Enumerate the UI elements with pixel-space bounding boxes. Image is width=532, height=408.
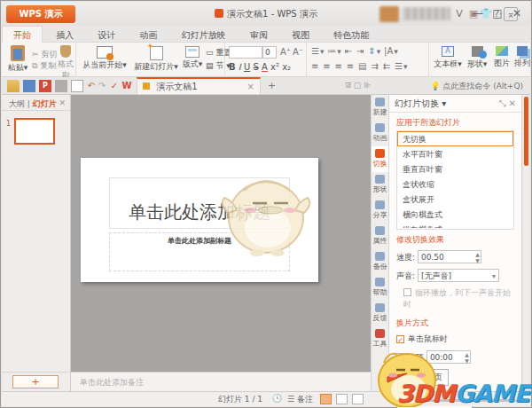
pane-scrollbar-thumb[interactable] [524, 97, 528, 166]
numbering-button[interactable]: ≔ [327, 46, 336, 56]
maximize-button[interactable]: □ [488, 6, 507, 21]
superscript-button[interactable]: x² [270, 62, 279, 72]
wps-home-icon[interactable]: W [121, 80, 133, 92]
notes-bar[interactable]: 单击此处添加备注 [71, 372, 372, 391]
format-painter-button[interactable]: 格式刷 [55, 43, 76, 82]
indent-less-button[interactable]: ⇇ [383, 61, 390, 71]
pane-expand-icon[interactable]: ⤡ [498, 98, 505, 108]
normal-view-icon[interactable] [320, 394, 332, 404]
transition-icon [375, 149, 385, 158]
subscript-button[interactable]: x₂ [282, 62, 291, 72]
italic-button[interactable]: I [239, 62, 241, 72]
strikethrough-button[interactable]: S [253, 62, 258, 72]
arrange-button[interactable]: 排列 [512, 46, 532, 69]
shapes-button[interactable]: 形状▾ [465, 46, 489, 70]
grow-font-button[interactable]: A⁺ [280, 47, 291, 57]
transition-list: 无切换 水平百叶窗 垂直百叶窗 盒状收缩 盒状展开 横向棋盘式 纵向棋盘式 [396, 130, 514, 230]
font-size-combo[interactable]: 0 [262, 46, 277, 59]
print-icon[interactable] [55, 80, 67, 92]
tab-special-features[interactable]: 特色功能 [323, 27, 379, 44]
font-name-combo[interactable] [229, 46, 262, 59]
paste-button[interactable]: 粘贴▾ [5, 43, 30, 74]
from-current-button[interactable]: 从当前开始▾ [80, 44, 129, 71]
user-avatar[interactable] [379, 6, 399, 22]
bullets-button[interactable]: ☰ [311, 46, 319, 56]
print-preview-icon[interactable] [71, 80, 83, 92]
reading-view-icon[interactable] [352, 394, 364, 404]
decrease-indent-button[interactable]: ⇤ [345, 46, 352, 56]
export-pdf-icon[interactable]: P [39, 80, 51, 92]
align-right-button[interactable]: ≡ [335, 61, 342, 71]
vip-dropdown[interactable]: V [452, 7, 466, 21]
save-icon[interactable] [23, 80, 35, 92]
indent-more-button[interactable]: ⇉ [371, 61, 378, 71]
outline-tab[interactable]: 大纲 [9, 99, 25, 108]
on-click-checkbox[interactable]: ✓ [396, 335, 404, 343]
rail-item-new[interactable]: 新建 [372, 95, 388, 121]
redo-icon[interactable]: ↷ [96, 80, 108, 92]
text-direction-button[interactable]: |A [384, 46, 393, 56]
pane-close-icon[interactable]: ✕ [509, 98, 516, 108]
columns-button[interactable]: ☰ [395, 61, 403, 71]
underline-button[interactable]: U [244, 62, 250, 72]
layout-switch-icons[interactable]: ॼ ▢ ⊪ [346, 81, 371, 90]
tab-home[interactable]: 开始 [2, 26, 43, 44]
spellcheck-icon[interactable]: ✓ [108, 80, 121, 92]
increase-indent-button[interactable]: ⇥ [356, 46, 364, 56]
bold-button[interactable]: B [229, 62, 236, 72]
picture-button[interactable]: 图片 [491, 46, 512, 69]
layout-button[interactable]: 版式▾ [179, 44, 206, 70]
close-button[interactable]: ✕ [507, 6, 527, 21]
transition-option-checker-h[interactable]: 横向棋盘式 [397, 207, 513, 222]
distributed-button[interactable]: ▤ [358, 61, 366, 71]
justify-button[interactable]: ≡ [347, 61, 354, 71]
shrink-font-button[interactable]: A⁻ [293, 47, 303, 57]
tab-review[interactable]: 审阅 [239, 27, 278, 44]
speed-spinner[interactable]: 00.50▲▼ [418, 250, 481, 263]
pane-scrollbar[interactable] [523, 95, 529, 391]
align-center-button[interactable]: ≡ [323, 61, 330, 71]
cut-button[interactable]: ✂ 剪切 [32, 49, 57, 60]
font-color-button[interactable]: A [262, 62, 268, 72]
new-slide-button[interactable]: 新建幻灯片▾ [131, 44, 181, 73]
slides-tab[interactable]: 幻灯片 [33, 99, 57, 108]
tab-design[interactable]: 设计 [87, 27, 126, 44]
transition-option-blinds-h[interactable]: 水平百叶窗 [397, 146, 513, 161]
transition-option-box-in[interactable]: 盒状收缩 [397, 177, 513, 192]
sorter-view-icon[interactable] [336, 394, 348, 404]
animation-icon [375, 123, 385, 132]
rail-item-properties[interactable]: 属性 [372, 224, 388, 249]
rail-item-help[interactable]: 帮助 [372, 275, 388, 301]
rail-item-shapes[interactable]: 形状 [372, 172, 388, 198]
rail-item-animation[interactable]: 动画 [372, 121, 388, 146]
find-command-hint[interactable]: 💡 点此查找命令 (Alt+Q) [430, 81, 523, 92]
close-tab-icon[interactable]: × [247, 79, 254, 94]
open-file-icon[interactable] [7, 80, 20, 92]
loop-checkbox[interactable] [403, 288, 411, 296]
line-spacing-button[interactable]: ⇕ [368, 46, 375, 56]
rail-item-feedback[interactable]: 反馈 [372, 301, 388, 326]
textbox-button[interactable]: A 文本框▾ [433, 46, 463, 70]
new-tab-button[interactable]: + [268, 80, 276, 91]
rail-item-share[interactable]: 分享 [372, 198, 388, 224]
document-tab[interactable]: 演示文稿1 × [137, 77, 261, 95]
transition-option-checker-v[interactable]: 纵向棋盘式 [397, 222, 513, 229]
tab-slideshow[interactable]: 幻灯片放映 [171, 27, 237, 44]
transition-option-box-out[interactable]: 盒状展开 [397, 192, 513, 207]
rail-item-transition[interactable]: 切换 [372, 146, 388, 172]
tab-insert[interactable]: 插入 [45, 27, 84, 44]
minimize-button[interactable]: — [468, 6, 488, 21]
sound-dropdown[interactable]: [无声音] [418, 269, 499, 282]
copy-button[interactable]: ⧉ 复制 [32, 60, 56, 72]
close-panel-icon[interactable]: ✕ [59, 98, 66, 107]
transition-option-none[interactable]: 无切换 [397, 131, 513, 146]
align-left-button[interactable]: ≡ [311, 61, 318, 71]
transition-option-blinds-v[interactable]: 垂直百叶窗 [397, 161, 513, 177]
add-slide-button[interactable]: + [12, 375, 59, 388]
notes-toggle[interactable]: ☰ 备注 [287, 394, 313, 405]
history-icon[interactable]: 🕓 [272, 394, 282, 403]
tab-view[interactable]: 视图 [281, 27, 320, 44]
rail-item-backup[interactable]: 备份 [372, 249, 388, 275]
slide-thumbnail[interactable] [14, 118, 55, 145]
editing-canvas[interactable]: 单击此处添加标题 单击此处添加副标题 [71, 95, 372, 372]
